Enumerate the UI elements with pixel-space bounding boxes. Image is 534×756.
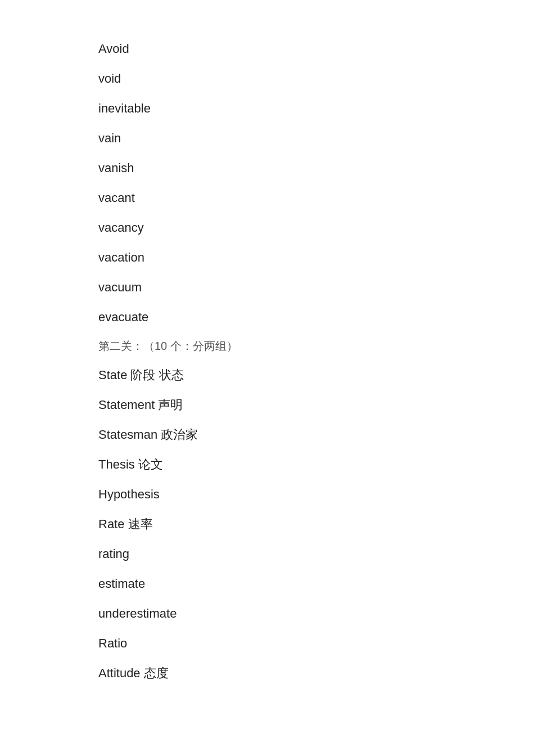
word-item-vanish: vanish [98,153,534,183]
word-item-vacation: vacation [98,242,534,272]
word-item-rating: rating [98,539,534,569]
word-item-inevitable: inevitable [98,93,534,123]
word-item-hypothesis: Hypothesis [98,479,534,509]
word-item-state: State 阶段 状态 [98,360,534,390]
word-item-section-header: 第二关：（10 个：分两组） [98,332,534,360]
word-item-vacuum: vacuum [98,272,534,302]
word-item-evacuate: evacuate [98,302,534,332]
word-item-attitude: Attitude 态度 [98,658,534,688]
word-item-underestimate: underestimate [98,598,534,628]
word-item-rate: Rate 速率 [98,509,534,539]
word-item-statement: Statement 声明 [98,390,534,420]
word-item-vacant: vacant [98,183,534,213]
word-item-thesis: Thesis 论文 [98,449,534,479]
word-item-avoid: Avoid [98,34,534,64]
word-item-estimate: estimate [98,569,534,598]
word-item-ratio: Ratio [98,628,534,658]
word-item-statesman: Statesman 政治家 [98,420,534,449]
word-list: Avoidvoidinevitablevainvanishvacantvacan… [0,0,534,722]
word-item-vacancy: vacancy [98,213,534,242]
word-item-vain: vain [98,123,534,153]
word-item-void: void [98,64,534,93]
